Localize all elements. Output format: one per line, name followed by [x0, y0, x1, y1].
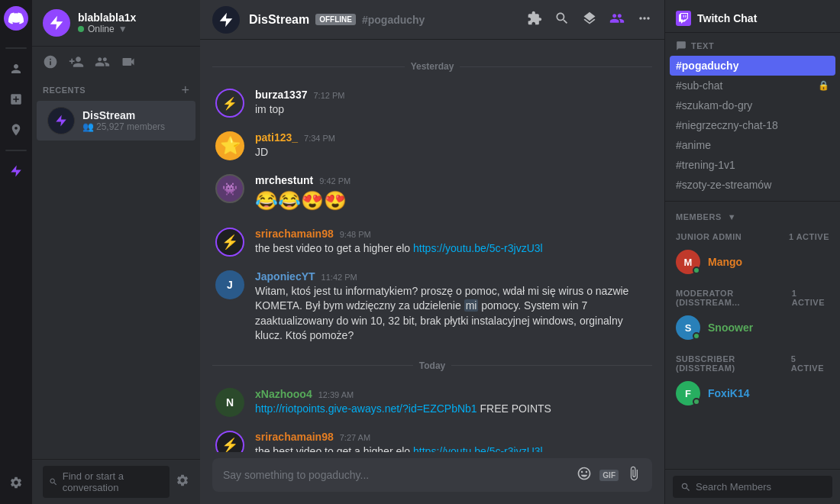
- explore-icon[interactable]: [4, 118, 28, 142]
- link-7[interactable]: https://youtu.be/5c-r3jvzU3l: [413, 445, 543, 452]
- msg-header-5: JaponiecYT 11:42 PM: [255, 270, 649, 283]
- plugins-icon[interactable]: [527, 11, 542, 29]
- avatar-japoniecyt: J: [215, 270, 244, 299]
- channel-sub-chat[interactable]: #sub-chat 🔒: [670, 76, 835, 95]
- avatar-xnazhooo4: N: [215, 388, 244, 417]
- add-friend-icon[interactable]: [69, 54, 84, 69]
- member-name-foxik14: FoxiK14: [708, 387, 749, 399]
- separator-line: [212, 66, 405, 67]
- username: blablabla1x: [78, 11, 136, 24]
- separator-line-4: [451, 365, 652, 366]
- msg-username-2: pati123_: [255, 131, 298, 144]
- member-snoower[interactable]: S Snoower: [668, 311, 837, 344]
- gif-button[interactable]: GIF: [599, 470, 619, 481]
- avatar-srirachamain98-2: ⚡: [215, 431, 244, 452]
- msg-content-6: xNazhooo4 12:39 AM http://riotpoints.giv…: [255, 388, 649, 417]
- msg-text-2: JD: [255, 145, 649, 160]
- lock-icon: 🔒: [818, 80, 829, 91]
- right-panel-scroll: TEXT #pogaduchy #sub-chat 🔒 #szukam-do-g…: [665, 33, 840, 469]
- channel-szoty[interactable]: #szoty-ze-streamów: [670, 175, 835, 195]
- avatar-pati123: ⭐: [215, 131, 244, 160]
- chat-server-icon: [212, 6, 240, 34]
- more-options-icon[interactable]: [637, 11, 652, 29]
- msg-text-6: http://riotpoints.give-aways.net/?id=EZC…: [255, 402, 649, 417]
- right-panel: Twitch Chat TEXT #pogaduchy #sub-chat 🔒 …: [664, 0, 840, 504]
- msg-username-4: srirachamain98: [255, 228, 334, 240]
- msg-content-3: mrchestunt 9:42 PM 😂😂😍😍: [255, 174, 649, 214]
- channel-item-disstream[interactable]: DisStream 👥 25,927 members: [37, 101, 195, 141]
- search-icon: [49, 477, 58, 487]
- user-info: blablabla1x Online ▼: [78, 11, 136, 34]
- search-members-box: [673, 476, 832, 498]
- members-dropdown-icon: ▼: [728, 212, 736, 221]
- search-members-input[interactable]: [696, 481, 825, 493]
- text-section-label: TEXT: [665, 33, 840, 56]
- friends-icon[interactable]: [4, 57, 28, 81]
- search-header-icon[interactable]: [554, 11, 570, 29]
- member-name-snoower: Snoower: [708, 321, 753, 334]
- add-recent-button[interactable]: +: [181, 83, 189, 97]
- search-members-icon: [680, 482, 691, 493]
- server-status-badge: OFFLINE: [315, 14, 356, 25]
- manage-members-icon[interactable]: [95, 54, 110, 69]
- channel-niegrzeczny-chat[interactable]: #niegrzeczny-chat-18: [670, 115, 835, 135]
- recents-header: RECENTS +: [32, 80, 200, 100]
- link-6[interactable]: http://riotpoints.give-aways.net/?id=EZC…: [255, 402, 477, 415]
- chat-input[interactable]: [223, 469, 569, 481]
- date-text-yesterday: Yesterday: [411, 61, 454, 72]
- sidebar-divider-1: [5, 47, 27, 49]
- chat-server-name: DisStream: [249, 13, 309, 27]
- channel-list: DisStream 👥 25,927 members: [32, 100, 200, 141]
- role-label-moderator: MODERATOR (DISSTREAM... 1 Active: [665, 286, 840, 310]
- msg-text-4: the best video to get a higher elo https…: [255, 241, 649, 257]
- sidebar-search-box[interactable]: Find or start a conversation: [43, 466, 170, 498]
- twitch-icon: [676, 11, 691, 26]
- msg-text-5: Witam, ktoś jest tu informatykiem? prosz…: [255, 284, 649, 344]
- msg-text-1: im top: [255, 102, 649, 118]
- attachment-button[interactable]: [626, 466, 641, 484]
- chevron-down-icon: ▼: [118, 24, 128, 34]
- avatar-burza1337: ⚡: [215, 89, 244, 118]
- chat-header-info: DisStream OFFLINE #pogaduchy: [249, 13, 425, 27]
- msg-timestamp-2: 7:34 PM: [304, 134, 335, 143]
- date-separator-today: Today: [212, 360, 652, 371]
- settings-icon[interactable]: [4, 470, 28, 495]
- sidebar-bottom-bar: Find or start a conversation: [32, 459, 200, 504]
- msg-timestamp-1: 7:12 PM: [313, 91, 344, 100]
- members-list-icon[interactable]: [609, 11, 625, 29]
- msg-timestamp-4: 9:48 PM: [340, 230, 371, 239]
- link-4[interactable]: https://youtu.be/5c-r3jvzU3l: [413, 242, 543, 254]
- separator-line-3: [212, 365, 413, 366]
- emoji-button[interactable]: [577, 466, 592, 484]
- channel-pogaduchy[interactable]: #pogaduchy: [670, 56, 835, 76]
- channel-anime[interactable]: #anime: [670, 135, 835, 155]
- msg-username-6: xNazhooo4: [255, 388, 312, 400]
- activity-icon[interactable]: [43, 54, 58, 69]
- msg-timestamp-3: 9:42 PM: [319, 176, 351, 186]
- disstream-info: DisStream 👥 25,927 members: [82, 109, 165, 132]
- chat-input-area: GIF: [200, 452, 664, 504]
- add-server-icon[interactable]: [4, 87, 28, 111]
- channel-szukam-do-gry[interactable]: #szukam-do-gry: [670, 95, 835, 115]
- member-mango[interactable]: M Mango: [668, 245, 837, 279]
- member-status-mango: [693, 267, 700, 274]
- video-icon[interactable]: [121, 54, 136, 69]
- msg-header-1: burza1337 7:12 PM: [255, 89, 649, 101]
- member-foxik14[interactable]: F FoxiK14: [668, 376, 837, 410]
- nitro-icon[interactable]: [4, 159, 28, 183]
- settings-gear-icon[interactable]: [176, 473, 189, 490]
- msg-username-7: srirachamain98: [255, 431, 334, 443]
- channel-trening[interactable]: #trening-1v1: [670, 155, 835, 175]
- msg-header-2: pati123_ 7:34 PM: [255, 131, 649, 144]
- msg-header-4: srirachamain98 9:48 PM: [255, 228, 649, 240]
- user-header[interactable]: blablabla1x Online ▼: [32, 0, 200, 47]
- date-separator-yesterday: Yesterday: [212, 61, 652, 72]
- right-panel-channels: #pogaduchy #sub-chat 🔒 #szukam-do-gry #n…: [665, 56, 840, 195]
- role-label-junior-admin: JUNIOR ADMIN 1 Active: [665, 229, 840, 244]
- discord-logo[interactable]: [4, 6, 28, 31]
- message-group-xnazhooo4: N xNazhooo4 12:39 AM http://riotpoints.g…: [212, 385, 652, 420]
- msg-timestamp-5: 11:42 PM: [321, 273, 357, 282]
- layers-icon[interactable]: [582, 11, 597, 29]
- msg-content-7: srirachamain98 7:27 AM the best video to…: [255, 431, 649, 452]
- member-avatar-wrap-mango: M: [676, 250, 700, 274]
